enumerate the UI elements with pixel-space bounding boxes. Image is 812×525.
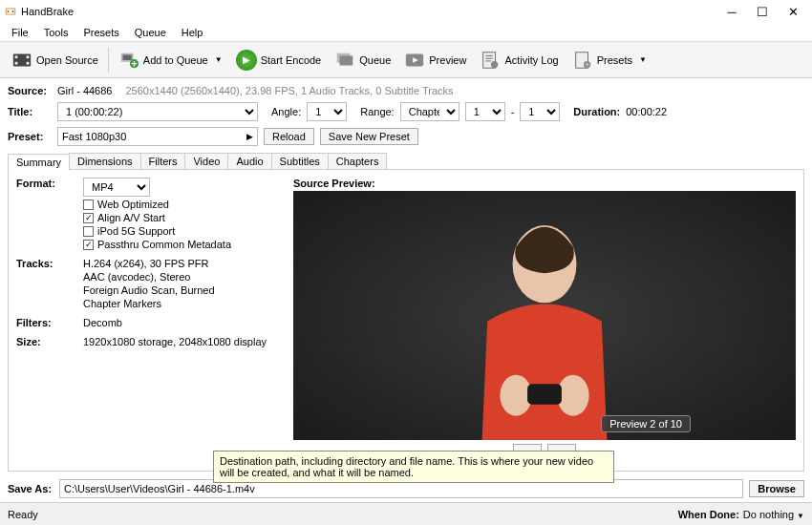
tab-chapters[interactable]: Chapters (328, 153, 388, 169)
track-foreign: Foreign Audio Scan, Burned (83, 284, 293, 296)
activity-log-label: Activity Log (504, 54, 558, 66)
range-kind-select[interactable]: Chapters (400, 102, 459, 121)
add-to-queue-button[interactable]: Add to Queue ▼ (113, 48, 228, 73)
ipod-checkbox[interactable]: iPod 5G Support (83, 225, 293, 237)
preset-label: Preset: (8, 131, 52, 142)
tab-subtitles[interactable]: Subtitles (271, 153, 329, 169)
range-from-select[interactable]: 1 (465, 102, 505, 121)
source-info: 2560x1440 (2560x1440), 23.98 FPS, 1 Audi… (125, 85, 453, 96)
tab-filters[interactable]: Filters (140, 153, 186, 169)
presets-label: Presets (597, 54, 632, 66)
preset-select[interactable]: Fast 1080p30 ▶ (57, 127, 258, 146)
duration-label: Duration: (573, 106, 620, 117)
title-label: Title: (8, 106, 52, 117)
titlebar: HandBrake ─ ☐ ✕ (0, 0, 812, 23)
reload-button[interactable]: Reload (264, 128, 314, 145)
svg-point-2 (8, 10, 10, 12)
start-encode-button[interactable]: ▶ Start Encode (230, 48, 328, 73)
chevron-right-icon: ▶ (246, 132, 253, 141)
svg-point-3 (12, 10, 14, 12)
svg-point-21 (500, 375, 531, 416)
preview-icon (404, 50, 425, 71)
preview-image: Preview 2 of 10 (293, 191, 796, 440)
menu-tools[interactable]: Tools (36, 27, 76, 38)
preview-label: Preview (429, 54, 466, 66)
save-new-preset-button[interactable]: Save New Preset (320, 128, 418, 145)
menu-help[interactable]: Help (174, 27, 211, 38)
preview-badge: Preview 2 of 10 (601, 415, 691, 432)
maximize-button[interactable]: ☐ (747, 5, 778, 19)
film-icon (11, 50, 32, 71)
activity-log-button[interactable]: Activity Log (474, 48, 564, 73)
range-to-select[interactable]: 1 (520, 102, 560, 121)
source-row: Source: Girl - 44686 2560x1440 (2560x144… (8, 85, 804, 96)
summary-right: Source Preview: Preview 2 of 10 < (293, 178, 796, 463)
preset-value: Fast 1080p30 (62, 131, 126, 142)
align-av-checkbox[interactable]: ✓Align A/V Start (83, 212, 293, 223)
when-done-select[interactable]: Do nothing▼ (743, 509, 804, 520)
svg-rect-5 (15, 55, 18, 58)
start-encode-label: Start Encode (261, 54, 322, 66)
format-select[interactable]: MP4 (83, 178, 150, 197)
track-chapters: Chapter Markers (83, 298, 293, 309)
browse-button[interactable]: Browse (749, 480, 804, 497)
status-ready: Ready (8, 509, 678, 520)
summary-left: Format: MP4 Web Optimized ✓Align A/V Sta… (16, 178, 293, 463)
svg-rect-10 (122, 54, 131, 60)
tab-video[interactable]: Video (184, 153, 228, 169)
svg-rect-6 (15, 61, 18, 64)
chevron-down-icon: ▼ (215, 55, 223, 64)
svg-point-22 (557, 375, 588, 416)
track-audio: AAC (avcodec), Stereo (83, 271, 293, 283)
title-select[interactable]: 1 (00:00:22) (57, 102, 258, 121)
menu-queue[interactable]: Queue (127, 27, 174, 38)
save-as-row: Save As: Browse Destination path, includ… (0, 475, 812, 502)
menu-presets[interactable]: Presets (75, 27, 126, 38)
queue-button[interactable]: Queue (329, 48, 396, 73)
tabs: Summary Dimensions Filters Video Audio S… (8, 153, 804, 170)
size-value: 1920x1080 storage, 2048x1080 display (83, 336, 293, 347)
svg-point-16 (491, 60, 498, 67)
minimize-button[interactable]: ─ (716, 5, 747, 19)
toolbar: Open Source Add to Queue ▼ ▶ Start Encod… (0, 42, 812, 78)
open-source-button[interactable]: Open Source (6, 48, 104, 73)
tab-summary[interactable]: Summary (8, 154, 70, 170)
chevron-down-icon: ▼ (639, 55, 647, 64)
passthru-checkbox[interactable]: ✓Passthru Common Metadata (83, 239, 293, 250)
tab-audio[interactable]: Audio (227, 153, 271, 169)
filters-label: Filters: (16, 317, 83, 328)
svg-rect-7 (27, 55, 30, 58)
svg-rect-23 (527, 384, 562, 405)
preview-button[interactable]: Preview (398, 48, 472, 73)
menu-file[interactable]: File (4, 27, 36, 38)
main-panel: Source: Girl - 44686 2560x1440 (2560x144… (0, 78, 812, 475)
add-to-queue-label: Add to Queue (143, 54, 208, 66)
format-label: Format: (16, 178, 83, 250)
close-button[interactable]: ✕ (778, 5, 808, 19)
tracks-label: Tracks: (16, 258, 83, 309)
preset-row: Preset: Fast 1080p30 ▶ Reload Save New P… (8, 127, 804, 146)
queue-icon (334, 50, 355, 71)
open-source-label: Open Source (36, 54, 98, 66)
menubar: File Tools Presets Queue Help (0, 23, 812, 42)
app-icon (4, 5, 17, 18)
tab-dimensions[interactable]: Dimensions (69, 153, 140, 169)
play-icon: ▶ (236, 50, 257, 71)
queue-label: Queue (359, 54, 391, 66)
angle-select[interactable]: 1 (307, 102, 347, 121)
when-done-label: When Done: (678, 509, 739, 520)
presets-button[interactable]: Presets ▼ (566, 48, 652, 73)
title-row: Title: 1 (00:00:22) Angle: 1 Range: Chap… (8, 102, 804, 121)
log-icon (480, 50, 501, 71)
web-optimized-checkbox[interactable]: Web Optimized (83, 199, 293, 210)
angle-label: Angle: (271, 106, 301, 117)
window-title: HandBrake (21, 6, 716, 17)
source-label: Source: (8, 85, 52, 96)
filters-value: Decomb (83, 317, 293, 328)
source-name: Girl - 44686 (57, 85, 112, 96)
queue-add-icon (118, 50, 139, 71)
presets-icon (572, 50, 593, 71)
range-separator: - (511, 106, 515, 117)
save-as-tooltip: Destination path, including directory an… (213, 451, 614, 483)
status-bar: Ready When Done: Do nothing▼ (0, 502, 812, 525)
